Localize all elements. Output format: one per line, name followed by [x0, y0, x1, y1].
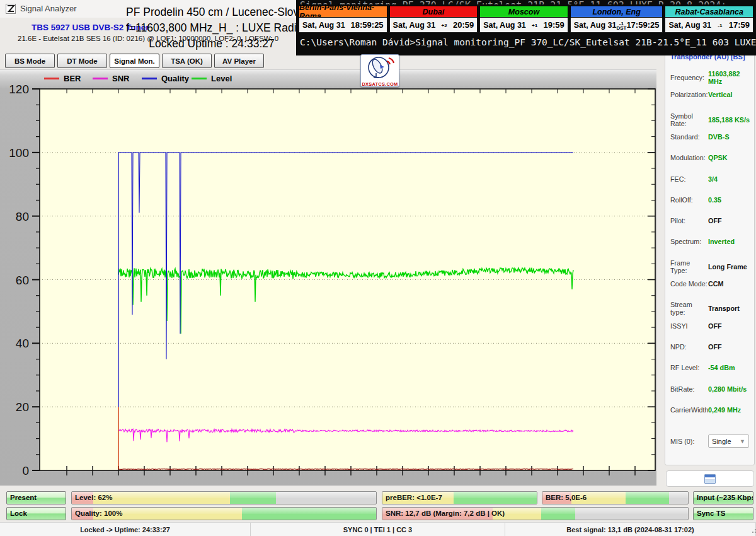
- clock-date: Sat, Aug 31: [668, 21, 711, 30]
- y-axis-label: 40: [16, 337, 29, 350]
- satellite-dish-icon: [361, 55, 399, 80]
- legend-label: SNR: [112, 74, 129, 83]
- antenna-location-line: PF Prodelin 450 cm / Lucenec-Slovakia: [126, 4, 297, 20]
- transponder-row-label: ISSYI: [670, 322, 708, 330]
- y-axis-label: 60: [16, 274, 29, 287]
- legend-label: Level: [211, 74, 232, 83]
- legend-item-quality: Quality: [142, 74, 189, 83]
- clock-time: 18:59:25: [351, 20, 384, 30]
- transponder-row-label: RF Level:: [670, 364, 708, 371]
- status-box-sync-ts: Sync TS: [693, 507, 753, 520]
- statusbar-section: Best signal: 13,1 dB (2024-08-31 17:02): [505, 523, 756, 536]
- transponder-row-value: 11603,882 MHz: [708, 70, 752, 85]
- mis-selected-value: Single: [712, 438, 731, 445]
- clock-london-eng: London, EngSat, Aug 31-1DST17:59:25: [570, 6, 663, 33]
- transponder-row-label: BitRate:: [670, 385, 708, 393]
- status-box-input-kbps-: Input (~235 Kbps): [693, 491, 753, 504]
- offset-value: -1: [718, 23, 722, 28]
- transponder-row: Polarization:Vertical: [670, 91, 752, 98]
- transponder-row: Frame Type:Long Frame: [670, 259, 752, 274]
- window-title: Signal Analyzer: [20, 0, 77, 18]
- legend-item-ber: BER: [44, 74, 81, 83]
- clock-time: 17:59: [729, 20, 750, 30]
- clock-city-header: Rabat-Casablanca: [665, 6, 753, 18]
- offset-dst-label: DST: [616, 26, 626, 30]
- transponder-row-value: 3/4: [708, 175, 752, 183]
- progress-bar: preBER: <1.0E-7: [382, 491, 537, 504]
- transponder-row-value: -54 dBm: [708, 364, 752, 371]
- transponder-row: NPD:OFF: [670, 343, 752, 351]
- y-axis-label: 120: [9, 83, 29, 96]
- bar-label: Level: 62%: [75, 492, 112, 504]
- console-window: Signal monitoring_PF 370_LC/SK_Eutelsat …: [296, 0, 756, 55]
- monitoring-header: PF Prodelin 450 cm / Lucenec-Slovakia f=…: [126, 4, 297, 52]
- bar-gloss: [72, 492, 376, 498]
- clock-city-header: Berlin-Paris-Vienna-Roma: [299, 6, 387, 18]
- bar-label: preBER: <1.0E-7: [386, 492, 442, 504]
- signal-chart: 020406080100120: [0, 70, 656, 486]
- mis-label: MIS (0):: [670, 438, 708, 445]
- ts-window-button[interactable]: [666, 470, 754, 487]
- clock-utc-offset: -1DST: [616, 20, 626, 30]
- transponder-row-label: Spectrum:: [670, 238, 708, 245]
- transponder-row-label: Stream type:: [670, 301, 708, 316]
- transponder-row: RollOff:0.35: [670, 196, 752, 204]
- transponder-row-value: 0.35: [708, 196, 752, 204]
- status-bar: Locked -> Uptime: 24:33:27SYNC 0 | TEI 1…: [0, 522, 756, 536]
- clock-date: Sat, Aug 31: [574, 21, 617, 30]
- status-box-lock: Lock: [6, 507, 66, 520]
- status-box-present: Present: [6, 491, 66, 504]
- transponder-row: RF Level:-54 dBm: [670, 364, 752, 371]
- mode-tabs: BS ModeDT ModeSignal Mon.TSA (OK)AV Play…: [5, 54, 264, 68]
- statusbar-section: SYNC 0 | TEI 1 | CC 3: [251, 523, 505, 536]
- locked-uptime-line: Locked Uptime : 24:33:27: [126, 36, 297, 52]
- window-icon: [704, 474, 716, 484]
- legend-item-snr: SNR: [93, 74, 129, 83]
- transponder-row-label: NPD:: [670, 343, 708, 351]
- transponder-row-value: 0,280 Mbit/s: [708, 385, 752, 393]
- world-clocks: Berlin-Paris-Vienna-RomaSat, Aug 3118:59…: [299, 6, 753, 33]
- transponder-row-label: Code Mode:: [670, 280, 708, 288]
- clock-time: 19:59: [544, 20, 564, 30]
- transponder-row: Frequency:11603,882 MHz: [670, 70, 752, 85]
- clock-date: Sat, Aug 31: [393, 21, 436, 30]
- clock-utc-offset: +1: [526, 22, 544, 28]
- transponder-row-label: RollOff:: [670, 196, 708, 204]
- clock-time: 20:59: [453, 20, 474, 30]
- clock-rabat-casablanca: Rabat-CasablancaSat, Aug 31-117:59: [665, 6, 753, 33]
- transponder-row-value: QPSK: [708, 154, 752, 161]
- transponder-row: Pilot:OFF: [670, 217, 752, 224]
- progress-bar: SNR: 12,7 dB (Margin: 7,2 dB | OK): [382, 507, 689, 520]
- clock-utc-offset: -1: [711, 22, 729, 28]
- clock-date: Sat, Aug 31: [483, 21, 526, 30]
- clock-city-header: London, Eng: [570, 6, 663, 18]
- transponder-row-value: OFF: [708, 343, 752, 351]
- tab-av-player[interactable]: AV Player: [214, 54, 264, 68]
- clock-body: Sat, Aug 31-117:59: [665, 18, 753, 33]
- transponder-row: ISSYIOFF: [670, 322, 752, 330]
- offset-value: +2: [442, 23, 447, 28]
- tab-signal-mon-[interactable]: Signal Mon.: [110, 54, 159, 68]
- tab-bs-mode[interactable]: BS Mode: [5, 54, 55, 68]
- tab-dt-mode[interactable]: DT Mode: [57, 54, 107, 68]
- clock-time: 17:59:25: [626, 20, 659, 30]
- clock-dubai: DubaiSat, Aug 31+220:59: [389, 6, 478, 33]
- mis-select[interactable]: Single ▼: [708, 434, 749, 448]
- clock-berlin-paris-vienna-roma: Berlin-Paris-Vienna-RomaSat, Aug 3118:59…: [299, 6, 387, 33]
- legend-color-swatch: [44, 78, 59, 79]
- y-axis-label: 0: [22, 464, 29, 477]
- clock-city-header: Dubai: [389, 6, 478, 18]
- tab-tsa-ok-[interactable]: TSA (OK): [162, 54, 212, 68]
- transponder-row: CarrierWidth:0,249 MHz: [670, 406, 752, 414]
- transponder-row-value: Transport: [708, 305, 752, 312]
- bar-label: Quality: 100%: [75, 508, 122, 520]
- progress-bar: Quality: 100%: [71, 507, 377, 520]
- transponder-row-value: 185,188 KS/s: [708, 116, 752, 124]
- y-axis-label: 80: [16, 210, 29, 223]
- transponder-row-value: OFF: [708, 217, 752, 224]
- transponder-panel: Transponder (AU) [BS] MIS (0): Single ▼ …: [665, 50, 755, 465]
- resize-grip[interactable]: [752, 532, 753, 533]
- bar-label: SNR: 12,7 dB (Margin: 7,2 dB | OK): [386, 508, 505, 520]
- progress-bar: Level: 62%: [71, 491, 377, 504]
- app-icon: [6, 4, 16, 14]
